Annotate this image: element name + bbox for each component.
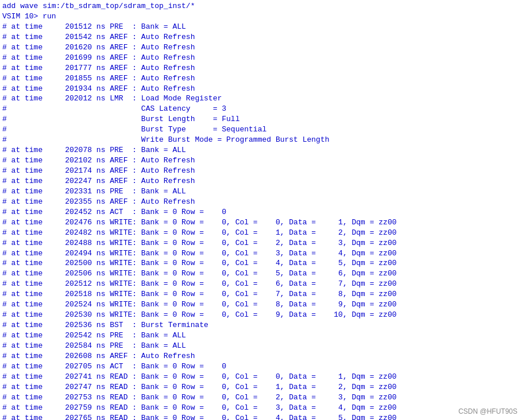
terminal-line: # at time 202500 ns WRITE: Bank = 0 Row … <box>2 258 520 269</box>
terminal-line: # at time 201620 ns AREF : Auto Refresh <box>2 42 520 53</box>
terminal-line: # at time 202753 ns READ : Bank = 0 Row … <box>2 392 520 403</box>
terminal-line: # at time 201542 ns AREF : Auto Refresh <box>2 32 520 42</box>
terminal-line: # at time 202078 ns PRE : Bank = ALL <box>2 145 520 155</box>
terminal-line: # at time 202331 ns PRE : Bank = ALL <box>2 186 520 197</box>
terminal-line: # at time 202608 ns AREF : Auto Refresh <box>2 351 520 361</box>
terminal-line: # at time 202542 ns PRE : Bank = ALL <box>2 330 520 341</box>
terminal-line: # at time 201777 ns AREF : Auto Refresh <box>2 63 520 73</box>
terminal-output: add wave sim:/tb_sdram_top/sdram_top_ins… <box>0 0 522 420</box>
terminal-line: add wave sim:/tb_sdram_top/sdram_top_ins… <box>2 1 520 11</box>
terminal-line: # at time 202488 ns WRITE: Bank = 0 Row … <box>2 238 520 248</box>
terminal-line: # at time 202518 ns WRITE: Bank = 0 Row … <box>2 289 520 300</box>
terminal-line: # at time 202247 ns AREF : Auto Refresh <box>2 176 520 186</box>
terminal-line: # at time 202705 ns ACT : Bank = 0 Row =… <box>2 361 520 372</box>
terminal-line: # Write Burst Mode = Programmed Burst Le… <box>2 135 520 145</box>
terminal-line: # at time 202747 ns READ : Bank = 0 Row … <box>2 382 520 392</box>
terminal-line: VSIM 10> run <box>2 11 520 22</box>
terminal-line: # at time 202536 ns BST : Burst Terminat… <box>2 320 520 330</box>
terminal-line: # at time 202476 ns WRITE: Bank = 0 Row … <box>2 217 520 228</box>
terminal-line: # CAS Latency = 3 <box>2 104 520 114</box>
terminal-line: # at time 201855 ns AREF : Auto Refresh <box>2 73 520 84</box>
terminal-line: # at time 202512 ns WRITE: Bank = 0 Row … <box>2 279 520 289</box>
terminal-line: # at time 201934 ns AREF : Auto Refresh <box>2 84 520 94</box>
terminal-line: # at time 202524 ns WRITE: Bank = 0 Row … <box>2 300 520 310</box>
terminal-line: # at time 201512 ns PRE : Bank = ALL <box>2 22 520 32</box>
terminal-line: # at time 202765 ns READ : Bank = 0 Row … <box>2 413 520 421</box>
terminal-line: # at time 202355 ns AREF : Auto Refresh <box>2 197 520 207</box>
terminal-line: # at time 202741 ns READ : Bank = 0 Row … <box>2 372 520 382</box>
terminal-line: # at time 202482 ns WRITE: Bank = 0 Row … <box>2 228 520 238</box>
terminal-line: # at time 202174 ns AREF : Auto Refresh <box>2 166 520 176</box>
terminal-line: # at time 202584 ns PRE : Bank = ALL <box>2 341 520 351</box>
terminal-line: # at time 202506 ns WRITE: Bank = 0 Row … <box>2 269 520 279</box>
terminal-line: # at time 202494 ns WRITE: Bank = 0 Row … <box>2 248 520 259</box>
terminal-line: # at time 202759 ns READ : Bank = 0 Row … <box>2 403 520 413</box>
terminal-line: # at time 202530 ns WRITE: Bank = 0 Row … <box>2 310 520 320</box>
watermark: CSDN @HFUT90S <box>458 407 517 415</box>
terminal-line: # at time 202102 ns AREF : Auto Refresh <box>2 155 520 166</box>
terminal-line: # at time 201699 ns AREF : Auto Refresh <box>2 53 520 63</box>
terminal-line: # at time 202452 ns ACT : Bank = 0 Row =… <box>2 207 520 217</box>
terminal-line: # Burst Type = Sequential <box>2 125 520 135</box>
terminal-line: # at time 202012 ns LMR : Load Mode Regi… <box>2 94 520 104</box>
terminal-line: # Burst Length = Full <box>2 114 520 125</box>
